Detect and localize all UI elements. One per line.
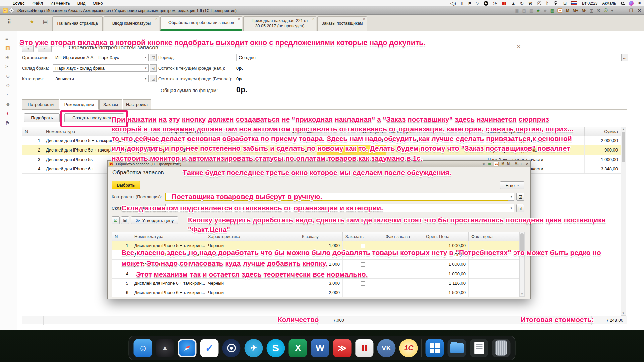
restore-button[interactable]: ❐ (629, 8, 633, 13)
print-preview-icon[interactable]: ▥ (529, 8, 533, 13)
tab-supplier-orders[interactable]: Заказы поставщикам ✕ (317, 16, 367, 31)
spotlight-search-icon[interactable] (621, 2, 624, 5)
keyboard-layout-flag-icon[interactable] (571, 1, 577, 5)
dock-things-icon[interactable]: ✓ (200, 339, 219, 357)
dialog-favorites-icon[interactable]: ★ (482, 162, 485, 166)
tab-close-icon[interactable]: ✕ (363, 17, 365, 21)
menu-view[interactable]: Вид (77, 1, 86, 6)
basket-icon[interactable]: ▥ (5, 45, 10, 51)
tab-orders[interactable]: Заказы (99, 99, 122, 110)
flag-disabled-icon[interactable]: ⚑ (468, 1, 471, 5)
dock-1password-icon[interactable] (222, 339, 241, 357)
wifi-icon[interactable] (553, 1, 558, 5)
table-row[interactable]: 6 Дисплей для iPhone 6 + тачскрин... Чер… (112, 288, 519, 297)
flag-icon[interactable]: ⚑ (5, 120, 10, 126)
dock-safari-icon[interactable] (178, 339, 197, 357)
pause-icon[interactable]: ▮▮ (502, 1, 506, 5)
save-icon[interactable]: ▣ (515, 8, 519, 13)
org-open-icon[interactable]: ◱ (150, 54, 157, 61)
tab-nomenclature[interactable]: ВводНоменклатуры ✕ (104, 16, 159, 31)
period-field[interactable]: Сегодня (236, 54, 620, 61)
double-chevron-icon[interactable]: ≫ (493, 1, 497, 5)
warehouse-open-icon[interactable]: ◱ (150, 64, 157, 72)
history-clipboard-icon[interactable]: ▤ (43, 19, 48, 25)
menu-app-name[interactable]: 1cv8c (13, 1, 25, 6)
dialog-calendar-icon[interactable]: 31 (494, 162, 499, 166)
drive-icon[interactable]: ▲ (511, 1, 515, 5)
org-dropdown-icon[interactable]: ▾ (143, 54, 149, 61)
warehouse-receipt-dropdown-icon[interactable]: ▾ (508, 204, 514, 212)
tab-needs[interactable]: Потребности (22, 99, 59, 110)
dialog-m-button[interactable]: M (501, 162, 504, 166)
dialog-close-button[interactable]: ✕ (526, 162, 529, 166)
info-dropdown-icon[interactable]: ▾ (611, 8, 613, 13)
person-icon[interactable]: ☺ (5, 73, 10, 79)
info-icon[interactable]: ⓘ (604, 8, 608, 13)
select-button[interactable]: Выбрать (112, 181, 140, 189)
tab-close-icon[interactable]: ✕ (312, 17, 315, 21)
print-icon[interactable]: ▤ (522, 8, 526, 13)
category-dropdown-icon[interactable]: ▾ (143, 75, 149, 82)
menu-window[interactable]: Окно (93, 1, 103, 6)
tab-stock-needs[interactable]: Обработка потребностей запасов ✕ (160, 16, 242, 31)
cell-order-checkbox[interactable] (343, 260, 383, 269)
category-field[interactable]: Запчасти (53, 75, 143, 82)
col-to-order[interactable]: К заказу (299, 232, 343, 241)
defect-warehouse-field[interactable]: Парк Хаус - склад брака (53, 64, 143, 72)
warehouse-dropdown-icon[interactable]: ▾ (143, 64, 149, 72)
person2-icon[interactable]: ☺ (5, 82, 10, 88)
one-circle-icon[interactable]: ① (520, 1, 524, 5)
chevron-down-icon[interactable]: ▽ (476, 1, 479, 5)
dialog-maximize-button[interactable]: □ (521, 162, 523, 166)
dialog-mplus-button[interactable]: M+ (507, 162, 512, 166)
tools-icon[interactable]: ✂ (5, 64, 10, 70)
check-all-icon[interactable]: ☑ (112, 216, 120, 224)
control-center-icon[interactable]: ≡ (638, 1, 641, 5)
pick-button[interactable]: Подобрать (24, 113, 60, 122)
category-open-icon[interactable]: ◱ (150, 75, 157, 82)
menubar-user[interactable]: Акмаль (602, 1, 616, 6)
pie-circle-icon[interactable]: ◔ (5, 92, 8, 98)
dock-vk-icon[interactable]: VK (377, 339, 396, 357)
device-icon[interactable]: ▯ (461, 1, 463, 5)
minimize-button[interactable]: – (622, 8, 624, 13)
table-scrollbar[interactable]: ▲ ▼ (621, 127, 626, 316)
memory-mminus-button[interactable]: M- (582, 8, 586, 13)
col-sum[interactable]: Сумма (585, 127, 621, 136)
dock-windows-app-icon[interactable] (426, 339, 444, 357)
grid-list-icon[interactable]: ⊞ (5, 54, 10, 60)
airplay-icon[interactable]: ⊡ (563, 1, 567, 5)
col-n[interactable]: N (22, 127, 43, 136)
favorites-star-icon[interactable]: ★ (30, 19, 34, 25)
calculator-icon[interactable]: ▦ (550, 8, 554, 13)
dock-finder-icon[interactable]: ☺ (134, 339, 152, 357)
command-key-icon[interactable]: ⌘ (528, 1, 532, 5)
cell-order-checkbox[interactable] (343, 288, 383, 297)
close-window-button[interactable]: ✕ (638, 8, 641, 13)
dock-documents-icon[interactable] (470, 339, 488, 357)
memory-mplus-button[interactable]: M+ (573, 8, 578, 13)
approve-price-button[interactable]: ≫ Утвердить цену (131, 216, 178, 224)
col-n[interactable]: N (112, 232, 131, 241)
tab-settings[interactable]: Настройка (123, 99, 151, 110)
menu-file[interactable]: Файл (32, 1, 43, 6)
tab-close-icon[interactable]: ✕ (238, 17, 240, 21)
more-button[interactable]: Еще ▾ (500, 181, 524, 189)
tab-recommendations[interactable]: Рекомендации (60, 99, 99, 110)
dock-word-icon[interactable]: W (311, 339, 329, 357)
check-circle-icon[interactable]: ✓ (537, 1, 541, 5)
org-field[interactable]: ИП Ибрагимов А.А. - Парк Хаус (53, 54, 143, 61)
period-more-button[interactable]: … (621, 54, 628, 61)
apps-grid-icon[interactable]: ⣿ (7, 19, 11, 25)
col-fact-price[interactable]: Факт. цена (469, 232, 519, 241)
cell-order-checkbox[interactable] (343, 279, 383, 288)
menubar-clock[interactable]: Вт 02:23 (582, 1, 597, 6)
split-window-icon[interactable]: ◫ (590, 8, 593, 13)
dock-excel-icon[interactable]: X (289, 339, 307, 357)
contragent-dropdown-icon[interactable]: ▾ (508, 193, 514, 201)
dock-trash-icon[interactable] (492, 339, 511, 357)
dialog-calculator-icon[interactable]: ▦ (488, 162, 491, 166)
warehouse-receipt-open-icon[interactable]: ◱ (516, 204, 524, 212)
copy-icon[interactable]: ▣ (121, 216, 129, 224)
contragent-open-icon[interactable]: ◱ (516, 193, 524, 201)
